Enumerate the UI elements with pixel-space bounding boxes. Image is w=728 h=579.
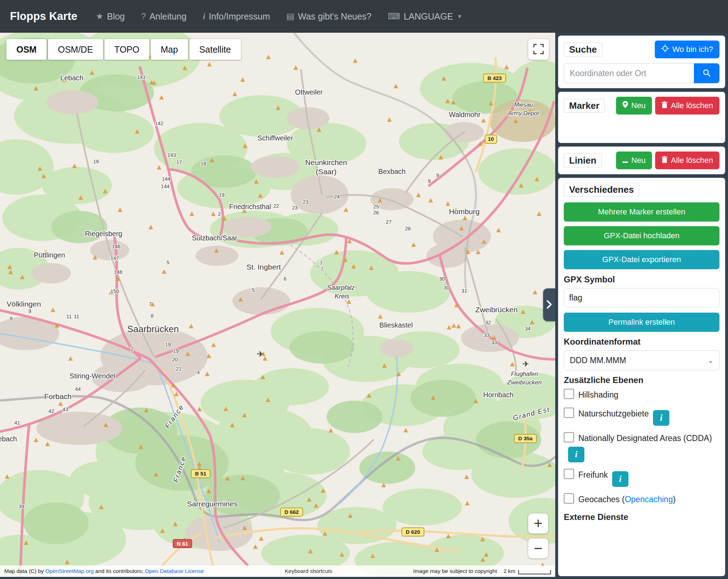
svg-text:Hornbach: Hornbach (483, 391, 513, 399)
map-canvas[interactable]: B 42310D 35aB 51D 662D 620N 61 141142161… (0, 33, 555, 577)
question-icon: ? (141, 12, 146, 21)
checkbox-hillshading[interactable] (564, 389, 574, 399)
gpx-upload-button[interactable]: GPX-Datei hochladen (564, 226, 719, 245)
app-title[interactable]: Flopps Karte (10, 10, 77, 23)
svg-text:Ottweiler: Ottweiler (295, 88, 323, 96)
checkbox-freifunk[interactable] (564, 469, 574, 479)
new-line-button[interactable]: Neu (616, 152, 652, 169)
odbl-license-link[interactable]: Open Database License (145, 568, 204, 574)
nav-item-blog[interactable]: ★Blog (96, 11, 125, 22)
svg-text:B 51: B 51 (195, 471, 206, 477)
layer-toggle-geocaches: Geocaches (Opencaching) (564, 493, 719, 506)
map-container[interactable]: B 42310D 35aB 51D 662D 620N 61 141142161… (0, 33, 555, 579)
opencaching-link[interactable]: Opencaching (625, 495, 673, 504)
chevron-right-icon (546, 300, 552, 310)
misc-panel: Verschiedenes Mehrere Marker erstellenGP… (558, 178, 725, 576)
svg-text:✈: ✈ (257, 350, 264, 358)
svg-text:(Saar): (Saar) (316, 168, 336, 176)
delete-all-lines-button[interactable]: Alle löschen (655, 152, 719, 169)
zoom-out-button[interactable]: − (528, 538, 548, 558)
scale-bar (518, 570, 551, 574)
map-pin-icon (622, 101, 628, 110)
coordinate-format-select[interactable]: DDD MM.MMM ⌄ (564, 350, 719, 370)
search-input[interactable] (564, 63, 694, 83)
checkbox-cdda[interactable] (564, 432, 574, 442)
svg-text:Riegelsberg: Riegelsberg (85, 230, 122, 238)
info-button-cdda[interactable]: i (568, 447, 584, 462)
svg-text:St. Ingbert: St. Ingbert (246, 263, 281, 271)
fullscreen-button[interactable] (528, 39, 549, 60)
trash-icon (662, 101, 668, 110)
layer-button-osm-de[interactable]: OSM/DE (48, 39, 103, 60)
checkbox-label: Freifunk (578, 470, 608, 479)
svg-text:9: 9 (436, 172, 439, 178)
svg-text:Flughafen: Flughafen (511, 371, 538, 377)
lines-panel: Linien Neu Alle lösc (558, 147, 725, 174)
gpx-symbol-input[interactable] (564, 288, 719, 307)
zoom-in-button[interactable]: + (528, 514, 548, 533)
svg-text:D 620: D 620 (406, 529, 420, 535)
create-multiple-markers-button[interactable]: Mehrere Marker erstellen (564, 202, 719, 222)
layer-switcher: OSMOSM/DETOPOMapSatellite (6, 39, 241, 60)
info-button-freifunk[interactable]: i (612, 471, 628, 487)
svg-text:Völklingen: Völklingen (7, 300, 41, 308)
svg-text:Zweibrücken: Zweibrücken (475, 306, 518, 314)
attribution-text: Map data (C) by (4, 568, 45, 574)
svg-text:34: 34 (525, 326, 531, 331)
zoom-controls: + − (528, 514, 548, 558)
language-icon: ⌨ (388, 12, 400, 21)
svg-text:24: 24 (334, 194, 340, 200)
svg-text:B 423: B 423 (487, 75, 502, 81)
nav-item-anleitung[interactable]: ?Anleitung (141, 11, 187, 22)
checkbox-geocaches[interactable] (564, 493, 574, 504)
svg-text:Stiring-Wendel: Stiring-Wendel (70, 372, 116, 380)
locate-me-button[interactable]: Wo bin ich? (655, 41, 719, 58)
svg-text:39: 39 (18, 504, 24, 510)
fullscreen-icon (533, 44, 544, 55)
nav-item-info[interactable]: iInfo/Impressum (203, 11, 270, 22)
attribution-text: and its contributors; (94, 568, 145, 574)
layer-button-osm[interactable]: OSM (6, 39, 47, 60)
delete-all-markers-button[interactable]: Alle löschen (655, 97, 719, 115)
gpx-export-button[interactable]: GPX-Datei exportieren (564, 250, 719, 269)
svg-text:8: 8 (10, 316, 12, 322)
svg-text:D 35a: D 35a (518, 435, 533, 441)
openstreetmap-link[interactable]: OpenStreetMap.org (45, 568, 93, 574)
svg-text:N 61: N 61 (177, 541, 188, 547)
nav-item-label: Info/Impressum (209, 11, 270, 22)
svg-text:28: 28 (405, 226, 411, 232)
svg-text:Forbach: Forbach (44, 392, 71, 400)
layer-button-map[interactable]: Map (151, 39, 188, 60)
nav-item-news[interactable]: ▤Was gibt's Neues? (287, 11, 371, 22)
new-marker-button[interactable]: Neu (616, 97, 652, 115)
chevron-down-icon: ⌄ (708, 356, 713, 365)
layer-button-satellite[interactable]: Satellite (189, 39, 241, 60)
info-button-naturschutzgebiete[interactable]: i (653, 410, 669, 426)
svg-text:144: 144 (162, 176, 170, 182)
nav-item-language[interactable]: ⌨LANGUAGE▾ (388, 11, 461, 22)
external-services-label: Externe Dienste (564, 512, 719, 522)
layer-button-topo[interactable]: TOPO (105, 39, 149, 60)
additional-layers-label: Zusätzliche Ebenen (564, 375, 719, 385)
keyboard-shortcuts-label[interactable]: Keyboard shortcuts (285, 568, 332, 574)
misc-panel-title: Verschiedenes (564, 183, 639, 197)
map-attribution: Map data (C) by OpenStreetMap.org and it… (4, 568, 204, 574)
scale-label: 2 km (503, 568, 515, 574)
lines-panel-title: Linien (564, 154, 602, 168)
svg-text:33: 33 (484, 332, 489, 338)
svg-text:21: 21 (176, 366, 182, 372)
nav-item-label: Was gibt's Neues? (298, 11, 371, 22)
search-button[interactable] (694, 63, 719, 83)
svg-text:41: 41 (15, 420, 20, 426)
svg-text:Saarpfalz-: Saarpfalz- (327, 284, 357, 291)
svg-text:23: 23 (303, 199, 309, 205)
gpx-symbol-label: GPX Symbol (564, 275, 719, 285)
misc-buttons: Mehrere Marker erstellenGPX-Datei hochla… (564, 202, 719, 274)
svg-text:Saarbrücken: Saarbrücken (127, 324, 179, 334)
svg-text:148: 148 (114, 269, 122, 275)
svg-text:30: 30 (444, 285, 449, 291)
checkbox-naturschutzgebiete[interactable] (564, 408, 574, 418)
svg-text:19: 19 (173, 348, 179, 354)
create-permalink-button[interactable]: Permalink erstellen (564, 313, 719, 332)
sidebar-toggle-button[interactable] (543, 288, 555, 321)
